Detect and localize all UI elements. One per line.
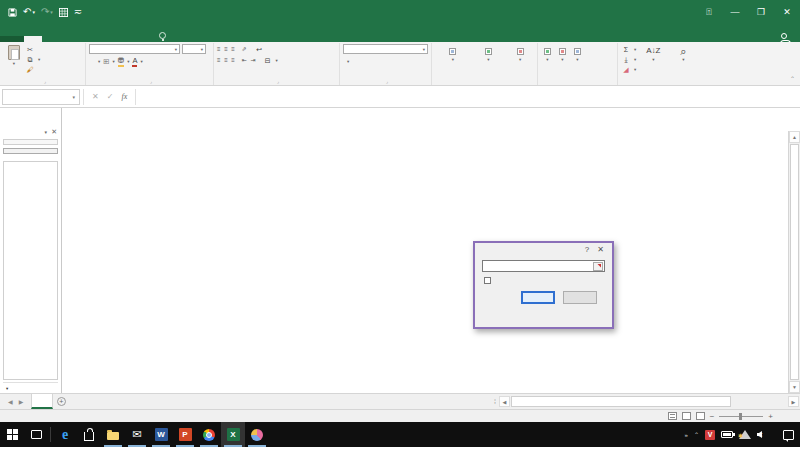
headers-checkbox[interactable]: [484, 277, 491, 284]
ribbon: ▾ ✂ ⧉▾ 🖌︎ ⌟ ▾ ▾: [0, 42, 800, 86]
paste-all-button[interactable]: [3, 139, 58, 145]
scroll-up-icon[interactable]: ▲: [789, 131, 800, 143]
insert-cells-button[interactable]: ▾: [541, 44, 554, 63]
horizontal-align-icons[interactable]: ≡ ≡ ≡: [217, 55, 236, 65]
mail-taskbar-button[interactable]: ✉: [125, 422, 149, 447]
vertical-scrollbar[interactable]: ▲ ▼: [788, 131, 800, 393]
find-select-button[interactable]: ⌕▾: [669, 44, 697, 63]
alignment-dialog-launcher-icon[interactable]: ⌟: [277, 78, 279, 84]
zoom-out-icon[interactable]: −: [710, 412, 715, 421]
horizontal-scrollbar[interactable]: ⁞ ◀ ▶: [69, 394, 800, 409]
sort-filter-button[interactable]: A↓Z▾: [639, 44, 667, 63]
scroll-down-icon[interactable]: ▼: [789, 381, 800, 393]
page-layout-view-icon[interactable]: [682, 412, 691, 420]
cut-button[interactable]: ✂: [25, 45, 41, 54]
sheet-tab-sheet1[interactable]: [31, 394, 53, 409]
font-color-button[interactable]: A: [132, 56, 137, 67]
sheet-nav-right-icon[interactable]: ▶: [19, 398, 24, 405]
format-as-table-button[interactable]: ▾: [473, 44, 505, 63]
folder-icon: [107, 432, 119, 440]
format-cells-button[interactable]: ▾: [571, 44, 584, 63]
start-button[interactable]: [0, 422, 24, 447]
close-icon[interactable]: ✕: [774, 0, 800, 24]
dialog-close-icon[interactable]: ✕: [593, 245, 608, 254]
dialog-title-bar[interactable]: ? ✕: [475, 243, 612, 256]
number-dialog-launcher-icon[interactable]: ⌟: [386, 78, 388, 84]
vertical-scroll-thumb[interactable]: [790, 144, 799, 380]
clipboard-dialog-launcher-icon[interactable]: ⌟: [44, 78, 46, 84]
chrome-taskbar-button[interactable]: [197, 422, 221, 447]
store-taskbar-button[interactable]: [77, 422, 101, 447]
file-explorer-taskbar-button[interactable]: [101, 422, 125, 447]
name-box[interactable]: ▾: [2, 89, 80, 105]
tell-me-box[interactable]: [150, 29, 178, 42]
vertical-align-icons[interactable]: ≡ ≡ ≡: [217, 44, 236, 54]
scroll-right-icon[interactable]: ▶: [788, 396, 799, 407]
fill-color-button[interactable]: ⛃: [118, 56, 124, 67]
range-picker-icon[interactable]: [593, 262, 603, 271]
font-size-combo[interactable]: ▾: [182, 44, 206, 54]
borders-button[interactable]: ⊞: [103, 57, 109, 66]
antivirus-tray-icon[interactable]: V: [705, 430, 715, 440]
conditional-formatting-button[interactable]: ▾: [435, 44, 471, 63]
sheet-nav-left-icon[interactable]: ◀: [8, 398, 13, 405]
zoom-slider-thumb[interactable]: [739, 413, 742, 420]
toolbar-expand-icon[interactable]: »: [685, 432, 688, 438]
zoom-in-icon[interactable]: +: [768, 412, 773, 421]
number-format-combo[interactable]: ▾: [343, 44, 428, 54]
excel-taskbar-button[interactable]: X: [221, 422, 245, 447]
redo-icon[interactable]: ↷▾: [41, 7, 53, 17]
horizontal-scroll-thumb[interactable]: [511, 396, 731, 407]
wrap-text-button[interactable]: ↩: [254, 45, 266, 54]
confirm-entry-icon[interactable]: ✓: [107, 92, 114, 101]
cell-grid[interactable]: [62, 131, 788, 393]
paint-taskbar-button[interactable]: [245, 422, 269, 447]
pane-options-chevron-icon[interactable]: ▾: [45, 129, 48, 135]
format-painter-button[interactable]: 🖌︎: [25, 65, 41, 74]
scroll-left-icon[interactable]: ◀: [499, 396, 510, 407]
save-icon[interactable]: [8, 8, 17, 17]
collapse-ribbon-icon[interactable]: ⌃: [790, 75, 795, 82]
delete-cells-button[interactable]: ▾: [556, 44, 569, 63]
merge-center-button[interactable]: ⊟▾: [263, 56, 279, 65]
font-name-combo[interactable]: ▾: [89, 44, 180, 54]
new-sheet-button[interactable]: +: [53, 394, 69, 409]
wifi-icon[interactable]: [739, 430, 751, 439]
page-break-view-icon[interactable]: [696, 412, 705, 420]
splitter-handle[interactable]: ⁞: [494, 398, 496, 405]
restore-icon[interactable]: ❐: [748, 0, 774, 24]
pane-close-icon[interactable]: ✕: [51, 128, 57, 136]
normal-view-icon[interactable]: [668, 412, 677, 420]
edge-taskbar-button[interactable]: e: [53, 422, 77, 447]
orientation-icon[interactable]: ⇗: [242, 44, 248, 54]
ribbon-display-options-icon[interactable]: ⍐: [696, 0, 722, 24]
word-taskbar-button[interactable]: W: [149, 422, 173, 447]
battery-icon[interactable]: [721, 431, 733, 438]
dialog-help-icon[interactable]: ?: [581, 245, 593, 254]
clear-button[interactable]: ◢▾: [621, 65, 637, 74]
pane-options-button[interactable]: ▾: [3, 382, 58, 391]
indent-icons[interactable]: ⇤ ⇥: [242, 55, 257, 65]
cell-styles-button[interactable]: ▾: [506, 44, 534, 63]
show-hidden-icons-chevron[interactable]: ⌃: [694, 431, 699, 438]
minimize-icon[interactable]: —: [722, 0, 748, 24]
task-view-button[interactable]: [24, 422, 48, 447]
powerpoint-taskbar-button[interactable]: P: [173, 422, 197, 447]
font-dialog-launcher-icon[interactable]: ⌟: [150, 78, 152, 84]
table-tool-icon[interactable]: [59, 8, 68, 17]
customize-qat-icon[interactable]: ≂: [74, 7, 82, 17]
action-center-icon[interactable]: [783, 430, 794, 440]
cancel-entry-icon[interactable]: ✕: [92, 92, 99, 101]
fill-button[interactable]: ⤓▾: [621, 55, 637, 64]
insert-function-icon[interactable]: fx: [121, 92, 127, 101]
copy-button[interactable]: ⧉▾: [25, 55, 41, 64]
clear-all-button[interactable]: [3, 148, 58, 154]
share-button[interactable]: [771, 30, 800, 42]
volume-muted-icon[interactable]: ✕: [757, 431, 763, 438]
cancel-button[interactable]: [563, 291, 597, 304]
ok-button[interactable]: [521, 291, 555, 304]
zoom-slider[interactable]: [719, 416, 763, 417]
undo-icon[interactable]: ↶▾: [23, 7, 35, 17]
paste-button[interactable]: ▾: [5, 44, 23, 67]
autosum-button[interactable]: Σ▾: [621, 45, 637, 54]
